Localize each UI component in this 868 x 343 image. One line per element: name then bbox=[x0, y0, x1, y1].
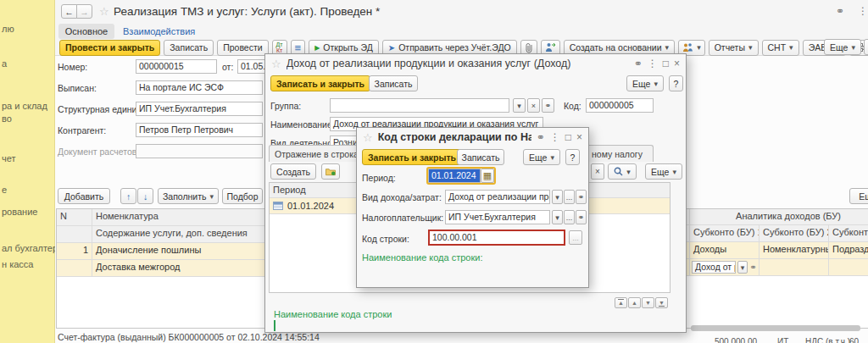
counterparty-field[interactable]: Петров Петр Петрович bbox=[136, 123, 263, 137]
column-header-nomenclature[interactable]: Номенклатура bbox=[92, 209, 264, 225]
sidebar-item[interactable]: чет bbox=[2, 153, 16, 163]
close-icon[interactable]: × bbox=[576, 132, 582, 142]
structural-unit-field[interactable]: ИП Учет.Бухгалтерия bbox=[136, 102, 263, 116]
column-header-subconto2[interactable]: Субконто (БУ) 2 bbox=[760, 225, 829, 241]
clear-icon[interactable]: × bbox=[527, 98, 540, 113]
line-code-field[interactable]: 100.00.001 bbox=[428, 230, 565, 246]
sidebar-item[interactable]: рование bbox=[2, 207, 37, 217]
move-down-icon[interactable]: ↓ bbox=[137, 188, 153, 204]
create-group-folder-icon[interactable] bbox=[321, 163, 340, 180]
nomenclature-cell[interactable]: Доначисление пошлины bbox=[92, 243, 264, 259]
forward-icon[interactable]: → bbox=[76, 4, 92, 19]
go-first-icon[interactable]: ▲ bbox=[615, 297, 627, 308]
analytics-more-button[interactable]: Еще bbox=[849, 188, 868, 204]
link-icon[interactable]: ⚭ bbox=[542, 98, 554, 113]
favorite-star-icon[interactable]: ☆ bbox=[99, 5, 109, 18]
menu-dots-icon[interactable]: ⋮ bbox=[858, 6, 868, 16]
search-icon[interactable]: ▾ bbox=[608, 163, 637, 180]
post-button[interactable]: Провести bbox=[217, 40, 268, 56]
number-field[interactable]: 000000015 bbox=[136, 59, 217, 74]
link-icon[interactable]: ⚭ bbox=[537, 132, 545, 142]
more-button[interactable]: Еще ▾ bbox=[824, 39, 861, 55]
chevron-down-icon[interactable]: ▾ bbox=[737, 261, 748, 274]
link-icon[interactable]: ⚭ bbox=[576, 190, 587, 204]
column-header-n[interactable]: N bbox=[57, 209, 92, 225]
help-button-cut[interactable] bbox=[864, 39, 868, 55]
tab-main[interactable]: Основное bbox=[58, 24, 114, 39]
subconto1-cell[interactable]: Доходы bbox=[690, 242, 760, 258]
go-prev-icon[interactable]: ▲ bbox=[628, 297, 641, 308]
maximize-icon[interactable]: □ bbox=[663, 58, 669, 69]
pick-button[interactable]: Подбор bbox=[222, 188, 263, 204]
service-content-cell[interactable]: Доставка межгород bbox=[92, 260, 264, 276]
link-icon[interactable]: ⚭ bbox=[634, 58, 643, 69]
help-button[interactable]: ? bbox=[565, 149, 580, 165]
menu-dots-icon[interactable]: ⋮ bbox=[648, 58, 658, 69]
table-row[interactable]: Доходы Номенклатурны... Подразделе bbox=[684, 242, 868, 259]
maximize-icon[interactable]: □ bbox=[565, 132, 571, 142]
move-up-icon[interactable]: ↑ bbox=[120, 188, 136, 204]
sidebar-item[interactable]: лю bbox=[2, 24, 14, 34]
sidebar-item[interactable]: е bbox=[2, 185, 7, 195]
close-icon[interactable]: × bbox=[674, 58, 680, 69]
save-button[interactable]: Записать bbox=[164, 40, 214, 56]
sidebar-item[interactable]: ра и склад bbox=[2, 101, 47, 111]
subconto-edit-input[interactable]: Доход от ре bbox=[692, 261, 736, 274]
horizontal-scrollbar[interactable] bbox=[691, 325, 860, 331]
taxpayer-field[interactable]: ИП Учет.Бухгалтерия bbox=[445, 210, 550, 224]
chevron-down-icon[interactable]: ▾ bbox=[552, 190, 563, 204]
reports-button[interactable]: Отчеты ▾ bbox=[709, 40, 759, 56]
table-row[interactable]: Доход от ре ▾ ⚭ bbox=[684, 259, 868, 276]
list-more-button[interactable]: Еще ▾ bbox=[645, 163, 682, 180]
period-field[interactable]: 01.01.2024 bbox=[428, 169, 481, 183]
sidebar-item[interactable]: во bbox=[2, 113, 12, 124]
tab-interactions[interactable]: Взаимодействия bbox=[123, 26, 195, 36]
save-button[interactable]: Записать bbox=[457, 149, 504, 165]
menu-dots-icon[interactable]: ⋮ bbox=[550, 132, 560, 142]
calendar-icon[interactable]: ▦ bbox=[481, 169, 494, 183]
subconto3-cell[interactable] bbox=[829, 259, 868, 275]
chevron-down-icon[interactable]: ▾ bbox=[552, 210, 563, 224]
help-button[interactable]: ? bbox=[669, 75, 683, 91]
more-button[interactable]: Еще ▾ bbox=[626, 75, 664, 91]
choose-icon[interactable]: ... bbox=[564, 210, 575, 224]
subconto1-edit-cell[interactable]: Доход от ре ▾ ⚭ bbox=[690, 259, 760, 275]
sidebar-item[interactable]: н касса bbox=[2, 259, 33, 269]
subconto2-cell[interactable]: Номенклатурны... bbox=[760, 242, 829, 258]
go-last-icon[interactable]: ▼ bbox=[655, 297, 668, 308]
favorite-star-icon[interactable]: ☆ bbox=[363, 131, 373, 144]
more-button[interactable]: Еще ▾ bbox=[523, 149, 560, 165]
column-header-service-content[interactable]: Содержание услуги, доп. сведения bbox=[92, 226, 264, 242]
subconto3-cell[interactable]: Подразделе bbox=[829, 242, 868, 258]
issued-field[interactable]: На портале ИС ЭСФ bbox=[136, 80, 263, 95]
link-icon[interactable]: ⚭ bbox=[576, 210, 587, 224]
snt-button[interactable]: СНТ ▾ bbox=[762, 40, 799, 56]
choose-icon[interactable]: ... bbox=[569, 230, 582, 245]
income-type-field[interactable]: Доход от реализации продукции и о bbox=[445, 190, 550, 204]
status-bar-invoice-link[interactable]: Счет-фактура (выданный) БК000000005 от 0… bbox=[58, 332, 320, 342]
favorite-star-icon[interactable]: ☆ bbox=[271, 58, 281, 70]
add-row-button[interactable]: Добавить bbox=[58, 188, 110, 204]
chevron-down-icon[interactable]: ▾ bbox=[513, 98, 526, 113]
code-field[interactable]: 000000005 bbox=[586, 98, 654, 113]
go-next-icon[interactable]: ▼ bbox=[642, 297, 654, 308]
link-icon[interactable]: ⚭ bbox=[749, 263, 756, 273]
column-header-subconto1[interactable]: Субконто (БУ) 1 bbox=[690, 225, 760, 241]
table-row[interactable]: 1 Доначисление пошлины bbox=[57, 243, 264, 260]
settlement-doc-field[interactable] bbox=[136, 144, 263, 158]
sidebar-item[interactable]: а bbox=[2, 58, 7, 69]
column-header-subconto3[interactable]: Субконто (Б bbox=[829, 225, 868, 241]
table-row[interactable]: Доставка межгород bbox=[57, 260, 264, 277]
back-icon[interactable]: ← bbox=[61, 4, 77, 19]
sidebar-item[interactable]: ал бухгалтера bbox=[2, 243, 63, 253]
save-and-close-button[interactable]: Записать и закрыть bbox=[270, 75, 370, 91]
create-button[interactable]: Создать bbox=[270, 163, 316, 180]
save-button[interactable]: Записать bbox=[369, 75, 418, 91]
save-and-close-button[interactable]: Записать и закрыть bbox=[362, 149, 462, 165]
post-and-close-button[interactable]: Провести и закрыть bbox=[59, 40, 160, 56]
group-field[interactable] bbox=[330, 98, 509, 113]
link-icon[interactable]: ⚭ bbox=[836, 6, 844, 16]
choose-icon[interactable]: ... bbox=[564, 190, 575, 204]
search-clear-icon[interactable]: × bbox=[591, 163, 604, 180]
subconto2-cell[interactable] bbox=[760, 259, 829, 275]
